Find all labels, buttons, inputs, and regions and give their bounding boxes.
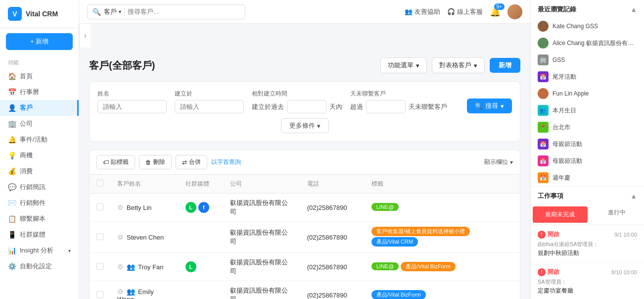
search-category-dropdown[interactable]: 客戶 ▾ <box>104 7 125 16</box>
chevron-down-icon: ▾ <box>416 62 419 69</box>
sidebar-item-companies[interactable]: 🏢 公司 <box>0 116 79 132</box>
search-area[interactable]: 🔍 客戶 ▾ <box>87 4 245 19</box>
sidebar-item-calendar[interactable]: 📅 行事曆 <box>0 84 79 100</box>
recent-item[interactable]: 📅尾牙活動 <box>531 68 644 85</box>
company-cell: 叡揚資訊股份有限公司 <box>223 222 300 253</box>
merge-button[interactable]: ⇄ 合併 <box>176 155 207 169</box>
col-display-button[interactable]: 顯示欄位 ▾ <box>484 158 513 166</box>
line-icon[interactable]: L <box>185 202 196 213</box>
sidebar-item-automation[interactable]: ⚙️ 自動化設定 <box>0 258 79 274</box>
customers-icon: 👤 <box>8 104 16 112</box>
recent-item[interactable]: Alice Chang 叡揚資訊股份有限公司... <box>531 35 644 51</box>
logo-icon: V <box>8 7 22 21</box>
gear-icon[interactable]: ⚙ <box>117 203 124 211</box>
row-checkbox[interactable] <box>96 233 103 240</box>
task-date: 8/10 10:00 <box>611 269 637 275</box>
recent-item-text: GSS <box>552 56 565 63</box>
notification-badge: 9+ <box>494 3 505 10</box>
sidebar-item-home[interactable]: 🏠 首頁 <box>0 68 79 84</box>
tab-overdue[interactable]: 逾期未完成 <box>533 206 588 223</box>
sidebar-item-email[interactable]: ✉️ 行銷郵件 <box>0 195 79 211</box>
recent-item[interactable]: 🏢GSS <box>531 51 644 68</box>
gear-icon[interactable]: ⚙ <box>117 263 124 271</box>
fb-icon[interactable]: f <box>198 202 209 213</box>
companies-icon: 🏢 <box>8 120 16 128</box>
tag-button[interactable]: 🏷 貼標籤 <box>96 155 135 169</box>
recent-item[interactable]: Fun Lin Apple <box>531 85 644 102</box>
sidebar-item-sms[interactable]: 💬 行銷簡訊 <box>0 179 79 195</box>
row-checkbox[interactable] <box>96 203 103 210</box>
function-menu-button[interactable]: 功能選單 ▾ <box>380 57 427 73</box>
gear-icon[interactable]: ⚙ <box>117 288 124 296</box>
sidebar-item-opportunities[interactable]: 💡 商機 <box>0 148 79 163</box>
tab-in-progress[interactable]: 進行中 <box>590 204 644 225</box>
merge-label: 合併 <box>189 158 201 166</box>
inactive-days-input[interactable] <box>366 100 406 113</box>
panel-expand-button[interactable]: › <box>79 24 91 48</box>
multi-user-icon: 👥 <box>127 263 135 271</box>
search-input[interactable] <box>128 8 240 15</box>
task-item: ! 開啟 8/10 10:00 SA管理員： 定慶功宴餐廳 <box>531 263 644 299</box>
sidebar-item-label: 自動化設定 <box>20 262 52 271</box>
search-button[interactable]: 🔍 搜尋 ▾ <box>467 99 512 113</box>
tasks-section: 工作事項 ▲ 逾期未完成 進行中 ! 開啟 9/1 10:00 由bfsa分派給… <box>531 187 644 299</box>
filter-created-input[interactable] <box>175 100 244 113</box>
col-social-header: 社群媒體 <box>185 180 209 187</box>
recent-item[interactable]: 📅母親節活動 <box>531 136 644 152</box>
delete-button[interactable]: 🗑 刪除 <box>139 155 172 169</box>
new-button[interactable]: + 新增 <box>6 33 73 50</box>
table-toolbar: 🏷 貼標籤 🗑 刪除 ⇄ 合併 以字首查詢 顯示欄位 ▾ <box>90 150 520 175</box>
search-label: 搜尋 <box>485 101 498 110</box>
recent-item[interactable]: 📅母親節活動 <box>531 152 644 169</box>
gear-icon[interactable]: ⚙ <box>117 233 124 241</box>
row-checkbox[interactable] <box>96 263 103 270</box>
table-format-button[interactable]: 對表格客戶 ▾ <box>432 57 485 73</box>
sidebar-item-scripts[interactable]: 📋 聯繫腳本 <box>0 211 79 227</box>
search-icon: 🔍 <box>92 8 101 16</box>
sidebar-item-expenses[interactable]: 💰 消費 <box>0 163 79 179</box>
tag-icon: 🏷 <box>103 159 109 166</box>
new-customer-button[interactable]: 新增 <box>490 58 520 73</box>
user-avatar[interactable] <box>507 4 522 19</box>
sidebar-item-insight[interactable]: 📊 Insight 分析 ▾ <box>0 243 79 258</box>
task-title: 規劃中秋節活動 <box>538 249 637 257</box>
inactive-prefix: 超過 <box>350 102 363 111</box>
customer-name[interactable]: Betty Lin <box>127 204 152 211</box>
row-checkbox[interactable] <box>96 291 103 298</box>
filter-name-input[interactable] <box>97 100 167 113</box>
recent-item-text: Alice Chang 叡揚資訊股份有限公司... <box>552 39 637 48</box>
customer-table: 客戶姓名 社群媒體 公司 電話 標籤 ⚙Betty LinLf叡揚資訊股份有限公… <box>90 175 520 299</box>
recent-avatar <box>538 38 549 49</box>
customer-name[interactable]: Steven Chen <box>127 234 164 241</box>
page-content: 客戶(全部客戶) 功能選單 ▾ 對表格客戶 ▾ 新增 姓名 <box>79 48 530 299</box>
more-conditions-button[interactable]: 更多條件 ▾ <box>281 118 329 133</box>
notification-button[interactable]: 🔔 9+ <box>490 6 501 17</box>
recent-item[interactable]: 📅週年慶 <box>531 169 644 186</box>
customer-name[interactable]: Troy Fan <box>138 263 164 271</box>
recent-type-icon: 📍 <box>538 122 549 133</box>
merge-icon: ⇄ <box>182 159 187 166</box>
relative-days-input[interactable] <box>287 100 326 113</box>
select-all-checkbox[interactable] <box>96 180 103 187</box>
sidebar-item-social[interactable]: 📱 社群媒體 <box>0 227 79 243</box>
support-button[interactable]: 🎧 線上客服 <box>447 7 483 16</box>
help-button[interactable]: 👥 友善協助 <box>405 7 440 16</box>
phone-cell: (02)25867890 <box>300 194 365 222</box>
recent-item[interactable]: Kate Chang GSS <box>531 18 644 35</box>
recent-type-icon: 📅 <box>538 71 549 82</box>
delete-label: 刪除 <box>153 158 165 166</box>
task-status: ! 開啟 <box>538 268 559 276</box>
query-link[interactable]: 以字首查詢 <box>211 158 241 166</box>
company-cell: 叡揚資訊股份有限公司 <box>223 253 300 281</box>
sidebar-item-events[interactable]: 🔔 事件/活動 <box>0 132 79 148</box>
line-icon[interactable]: L <box>185 261 196 272</box>
recent-collapse-button[interactable]: ▲ <box>630 5 637 13</box>
calendar-icon: 📅 <box>8 88 16 96</box>
recent-item[interactable]: 👥本月生日 <box>531 102 644 119</box>
recent-item[interactable]: 📍台北市 <box>531 119 644 136</box>
tasks-collapse-button[interactable]: ▲ <box>630 192 637 200</box>
recent-item-text: Kate Chang GSS <box>552 23 598 30</box>
sidebar-item-customers[interactable]: 👤 客戶 <box>0 100 79 116</box>
task-header: ! 開啟 8/10 10:00 <box>538 268 637 276</box>
main-content: 🔍 客戶 ▾ 👥 友善協助 🎧 線上客服 🔔 9+ <box>79 0 530 299</box>
